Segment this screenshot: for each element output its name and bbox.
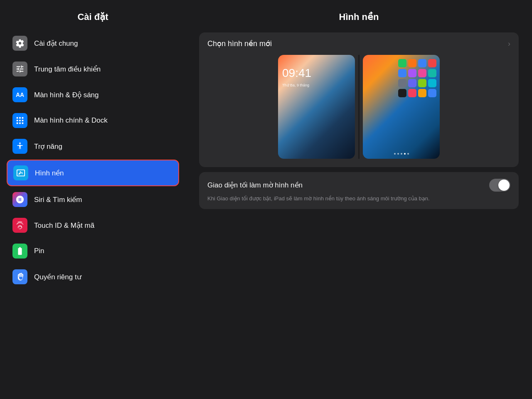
page-title: Hình nền: [199, 12, 519, 22]
app-icon-2: [408, 59, 416, 67]
sidebar-title: Cài đặt: [0, 0, 186, 31]
sidebar-item-label-hinh-nen: Hình nền: [35, 169, 64, 177]
dot-4: [404, 153, 406, 155]
app-icon-10: [408, 79, 416, 87]
dot-1: [394, 153, 396, 155]
lock-time: 09:41: [282, 67, 311, 79]
sidebar-item-tro-nang[interactable]: Trợ năng: [7, 134, 179, 159]
chevron-right-icon: ›: [508, 39, 510, 48]
app-icon-3: [418, 59, 426, 67]
sidebar-item-label-man-hinh: Màn hình & Độ sáng: [34, 91, 99, 99]
grid-icon: [12, 113, 27, 128]
sidebar-item-label-quyen-rieng-tu: Quyền riêng tư: [34, 273, 81, 281]
sidebar-item-label-touch-id: Touch ID & Mật mã: [34, 221, 94, 230]
sidebar-item-label-siri: Siri & Tìm kiếm: [34, 195, 82, 204]
home-dots: [394, 153, 409, 155]
sliders-icon: [12, 62, 27, 76]
lock-screen-preview[interactable]: 09:41 Thứ Ba, 9 tháng: [278, 55, 355, 159]
dot-3: [401, 153, 402, 155]
toggle-row: Giao diện tối làm mờ hình nền: [207, 179, 510, 192]
app-icon-12: [428, 79, 436, 87]
sidebar: Cài đặt Cài đặt chung Trung tâm điều khi…: [0, 0, 186, 399]
wallpaper-card: Chọn hình nền mới › 09:41 Thứ Ba, 9 thán…: [199, 32, 519, 167]
app-icon-5: [398, 69, 406, 77]
siri-icon: [12, 192, 27, 207]
app-icon-11: [418, 79, 426, 87]
sidebar-item-hinh-nen[interactable]: Hình nền: [7, 160, 179, 186]
battery-icon: [12, 244, 27, 259]
sidebar-item-trung-tam-dieu-khien[interactable]: Trung tâm điều khiển: [7, 57, 179, 81]
app-icon-14: [408, 89, 416, 97]
sidebar-item-label-pin: Pin: [34, 247, 44, 255]
toggle-description: Khi Giao diện tối được bật, iPad sẽ làm …: [207, 195, 510, 202]
app-icon-6: [408, 69, 416, 77]
app-icon-4: [428, 59, 436, 67]
text-aa-icon: AA: [12, 87, 27, 102]
sidebar-list: Cài đặt chung Trung tâm điều khiển AA Mà…: [0, 31, 186, 399]
choose-wallpaper-row[interactable]: Chọn hình nền mới ›: [199, 32, 519, 55]
sidebar-item-man-hinh-do-sang[interactable]: AA Màn hình & Độ sáng: [7, 82, 179, 107]
sidebar-item-siri[interactable]: Siri & Tìm kiếm: [7, 187, 179, 212]
accessibility-icon: [12, 139, 27, 154]
choose-wallpaper-label: Chọn hình nền mới: [207, 39, 272, 48]
sidebar-item-cai-dat-chung[interactable]: Cài đặt chung: [7, 31, 179, 56]
svg-point-0: [19, 143, 21, 144]
lock-date: Thứ Ba, 9 tháng: [282, 83, 309, 87]
screen-divider: [358, 55, 360, 159]
sidebar-item-quyen-rieng-tu[interactable]: Quyền riêng tư: [7, 264, 179, 289]
sidebar-item-label-trung-tam: Trung tâm điều khiển: [34, 65, 101, 74]
sidebar-item-man-hinh-chinh[interactable]: Màn hình chính & Dock: [7, 108, 179, 133]
home-screen-bg: [363, 55, 440, 159]
dot-5: [407, 153, 409, 155]
toggle-label: Giao diện tối làm mờ hình nền: [207, 181, 303, 190]
dark-mode-toggle[interactable]: [489, 179, 510, 192]
app-icon-7: [418, 69, 426, 77]
home-screen-preview[interactable]: [363, 55, 440, 159]
app-icon-9: [398, 79, 406, 87]
main-panel: Hình nền Chọn hình nền mới › 09:41 Thứ B…: [186, 0, 532, 399]
app-icon-13: [398, 89, 406, 97]
gear-icon: [12, 36, 27, 51]
sidebar-item-label-man-hinh-chinh: Màn hình chính & Dock: [34, 116, 108, 125]
dot-2: [397, 153, 399, 155]
app-icon-8: [428, 69, 436, 77]
hand-icon: [12, 269, 27, 284]
sidebar-item-label-tro-nang: Trợ năng: [34, 142, 62, 151]
dark-mode-toggle-card: Giao diện tối làm mờ hình nền Khi Giao d…: [199, 172, 519, 209]
fingerprint-icon: [12, 218, 27, 233]
app-icon-1: [398, 59, 406, 67]
home-apps-grid: [398, 59, 436, 97]
app-icon-16: [428, 89, 436, 97]
wallpaper-preview-container: 09:41 Thứ Ba, 9 tháng: [199, 55, 519, 167]
toggle-knob: [498, 180, 510, 191]
sidebar-item-label-cai-dat-chung: Cài đặt chung: [34, 39, 78, 48]
sidebar-item-touch-id[interactable]: Touch ID & Mật mã: [7, 213, 179, 238]
lock-screen-bg: 09:41 Thứ Ba, 9 tháng: [278, 55, 355, 159]
wallpaper-icon: [13, 165, 28, 180]
app-icon-15: [418, 89, 426, 97]
sidebar-item-pin[interactable]: Pin: [7, 239, 179, 264]
